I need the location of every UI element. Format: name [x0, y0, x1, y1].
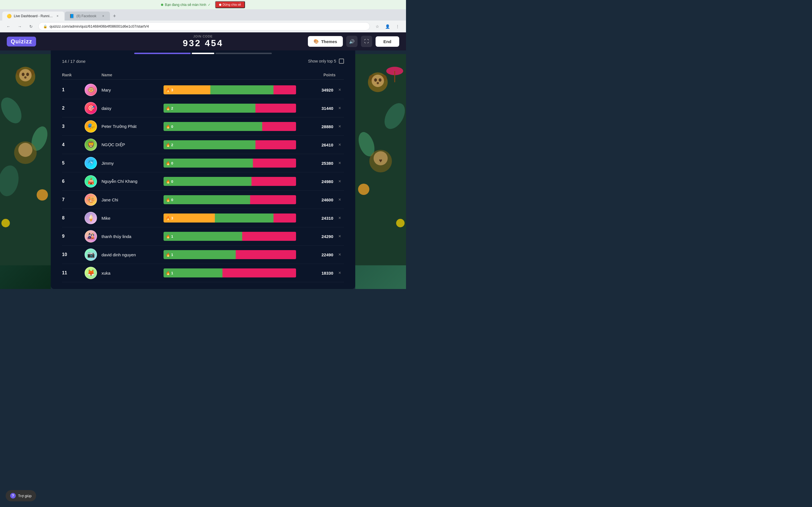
- svg-point-22: [377, 82, 379, 84]
- remove-player-button[interactable]: ×: [336, 234, 344, 239]
- svg-point-20: [374, 78, 377, 82]
- player-name: Peter Trường Phát: [101, 124, 163, 129]
- svg-point-7: [24, 76, 27, 78]
- bookmark-icon[interactable]: ☆: [373, 22, 381, 31]
- table-row: 5 🐬 Jimmy 🔥 0 25380 ×: [62, 154, 344, 172]
- tab-facebook[interactable]: 📘 (8) Facebook ×: [65, 11, 110, 20]
- table-row: 11 🦊 xuka 🔥 1 18330 ×: [62, 264, 344, 282]
- red-segment: [255, 104, 296, 113]
- streak-count: 2: [171, 143, 173, 147]
- green-segment: [176, 232, 242, 241]
- svg-point-16: [368, 72, 388, 92]
- header-actions: 🎨 Themes 🔊 ⛶ End: [308, 36, 399, 47]
- player-name: daisy: [101, 106, 163, 111]
- remove-player-button[interactable]: ×: [336, 87, 344, 93]
- remove-player-button[interactable]: ×: [336, 216, 344, 221]
- streak-count: 3: [171, 88, 173, 92]
- score-bar: 🔥 0: [163, 195, 296, 204]
- remove-player-button[interactable]: ×: [336, 106, 344, 111]
- score-bar: 🔥 2: [163, 104, 296, 113]
- themes-label: Themes: [321, 39, 337, 44]
- stop-sharing-button[interactable]: Dừng chia sẻ: [215, 1, 245, 8]
- streak-count: 0: [171, 198, 173, 202]
- svg-point-29: [369, 150, 392, 172]
- tab2-close-icon[interactable]: ×: [101, 14, 105, 18]
- forward-button[interactable]: →: [16, 22, 24, 31]
- main-content: ♥ 14 / 17 done Show only top 5 Rank Name…: [0, 54, 406, 289]
- svg-point-14: [18, 143, 33, 157]
- bar-wrapper: 🔥 1: [163, 269, 296, 277]
- points-value: 31440: [296, 106, 336, 111]
- points-value: 24980: [296, 179, 336, 184]
- remove-player-button[interactable]: ×: [336, 270, 344, 276]
- green-segment: [215, 214, 273, 223]
- tab-live-dashboard[interactable]: 🟡 Live Dashboard - Running ×: [2, 11, 64, 20]
- table-row: 10 📷 david dinh nguyen 🔥 1 22490 ×: [62, 245, 344, 264]
- reload-button[interactable]: ↻: [27, 22, 35, 31]
- svg-point-13: [14, 142, 37, 164]
- rank-number: 10: [62, 252, 85, 257]
- streak-count: 0: [171, 124, 173, 129]
- show-top5-label: Show only top 5: [308, 59, 336, 63]
- points-header: Points: [296, 73, 336, 77]
- remove-player-button[interactable]: ×: [336, 161, 344, 166]
- palette-icon: 🎨: [313, 39, 319, 44]
- share-active-text: Bạn đang chia sẻ màn hình: [165, 3, 206, 7]
- svg-rect-0: [0, 54, 51, 265]
- rank-number: 1: [62, 87, 85, 93]
- streak-badge: 🔥 0: [163, 195, 176, 204]
- join-code-label: JOIN CODE: [183, 35, 223, 38]
- fullscreen-button[interactable]: ⛶: [361, 36, 372, 47]
- table-row: 1 🐵 Mary 🔥 3 34920 ×: [62, 81, 344, 99]
- remove-player-button[interactable]: ×: [336, 197, 344, 202]
- show-top5-checkbox[interactable]: [339, 59, 344, 64]
- player-avatar: 🐬: [85, 157, 97, 169]
- table-row: 2 🎯 daisy 🔥 2 31440 ×: [62, 99, 344, 117]
- back-button[interactable]: ←: [4, 22, 12, 31]
- player-avatar: 🦊: [85, 267, 97, 279]
- flame-icon: 🔥: [166, 179, 170, 184]
- remove-player-button[interactable]: ×: [336, 252, 344, 257]
- svg-point-18: [380, 75, 387, 81]
- remove-player-button[interactable]: ×: [336, 179, 344, 184]
- svg-point-28: [396, 219, 405, 227]
- svg-point-1: [15, 67, 35, 87]
- audio-button[interactable]: 🔊: [346, 36, 357, 47]
- red-segment: [250, 195, 296, 204]
- tab1-label: Live Dashboard - Running: [14, 14, 53, 18]
- bar-header: [163, 73, 296, 77]
- svg-point-12: [1, 219, 10, 227]
- right-decoration: ♥: [355, 54, 406, 289]
- tab1-close-icon[interactable]: ×: [55, 14, 60, 18]
- rank-number: 3: [62, 124, 85, 129]
- themes-button[interactable]: 🎨 Themes: [308, 36, 343, 47]
- bar-wrapper: 🔥 3: [163, 214, 296, 223]
- red-segment: [273, 214, 296, 223]
- remove-player-button[interactable]: ×: [336, 124, 344, 129]
- more-options-icon[interactable]: ⋮: [394, 22, 402, 31]
- join-code-section: JOIN CODE 932 454: [183, 35, 223, 48]
- address-bar: ← → ↻ 🔒 quizizz.com/admin/quiz/61468406b…: [0, 20, 406, 33]
- new-tab-button[interactable]: +: [110, 12, 118, 20]
- red-segment: [252, 177, 296, 186]
- svg-point-8: [0, 94, 26, 127]
- browser-chrome: Bạn đang chia sẻ màn hình ✓ Dừng chia sẻ…: [0, 0, 406, 33]
- url-bar[interactable]: 🔒 quizizz.com/admin/quiz/61468406b4f0860…: [38, 22, 370, 31]
- leaderboard-panel: 14 / 17 done Show only top 5 Rank Name P…: [51, 54, 355, 289]
- points-value: 28880: [296, 124, 336, 129]
- points-value: 24600: [296, 198, 336, 202]
- profile-icon[interactable]: 👤: [384, 22, 391, 31]
- streak-badge: 🔥 1: [163, 250, 176, 259]
- svg-point-6: [26, 73, 29, 76]
- score-bar: 🔥 0: [163, 122, 296, 131]
- player-name: david dinh nguyen: [101, 252, 163, 257]
- streak-badge: 🔥 3: [163, 214, 176, 223]
- stop-sharing-label: Dừng chia sẻ: [222, 3, 241, 6]
- red-segment: [253, 159, 296, 168]
- right-monkey-art: ♥: [355, 54, 406, 265]
- player-avatar: 🎪: [85, 175, 97, 187]
- end-button[interactable]: End: [375, 36, 399, 47]
- streak-badge: 🔥 2: [163, 104, 176, 113]
- svg-point-5: [22, 73, 24, 76]
- remove-player-button[interactable]: ×: [336, 142, 344, 147]
